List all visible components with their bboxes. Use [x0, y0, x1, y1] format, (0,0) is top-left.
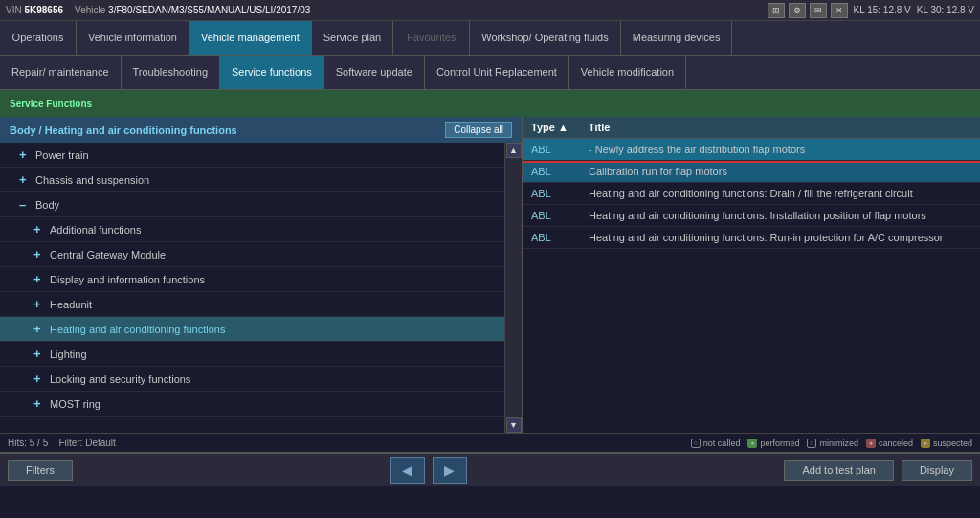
row-type: ABL — [531, 144, 589, 155]
nav-repair[interactable]: Repair/ maintenance — [0, 56, 122, 89]
tree-item-headunit[interactable]: + Headunit — [0, 292, 504, 317]
nav-arrows: ◀ ▶ — [390, 457, 467, 484]
tree-item-powertrain[interactable]: + Power train — [0, 143, 504, 168]
row-title: - Newly address the air distribution fla… — [589, 144, 972, 155]
legend-suspected: ● suspected — [921, 439, 972, 448]
action-buttons: Add to test plan Display — [784, 460, 972, 481]
row-title: Heating and air conditioning functions: … — [589, 232, 972, 243]
right-panel: Type ▲ Title ABL - Newly address the air… — [523, 117, 980, 433]
row-title: Heating and air conditioning functions: … — [589, 188, 972, 199]
screenshot-icon[interactable]: ⊞ — [768, 3, 785, 18]
tree-item-gateway[interactable]: + Central Gateway Module — [0, 242, 504, 267]
nav-favourites[interactable]: Favourites — [393, 21, 470, 55]
collapse-all-button[interactable]: Collapse all — [445, 122, 512, 138]
service-functions-tab[interactable]: Service Functions — [0, 90, 980, 117]
row-title: Calibration run for flap motors — [589, 166, 972, 177]
settings-icon[interactable]: ⚙ — [789, 3, 806, 18]
table-row[interactable]: ABL Heating and air conditioning functio… — [523, 205, 980, 227]
tree-item-additional[interactable]: + Additional functions — [0, 217, 504, 242]
legend-performed: ● performed — [747, 439, 799, 448]
mail-icon[interactable]: ✉ — [810, 3, 827, 18]
table-row[interactable]: ABL Heating and air conditioning functio… — [523, 227, 980, 249]
nav-vehicle-management[interactable]: Vehicle management — [189, 21, 312, 55]
table-header: Type ▲ Title — [523, 117, 980, 139]
table-row[interactable]: ABL - Newly address the air distribution… — [523, 139, 980, 161]
tree-container: + Power train + Chassis and suspension –… — [0, 143, 504, 433]
row-title: Heating and air conditioning functions: … — [589, 210, 972, 221]
table-row[interactable]: ABL Calibration run for flap motors — [523, 161, 980, 183]
hits-label: Hits: 5 / 5 — [8, 438, 48, 448]
close-icon[interactable]: ✕ — [831, 3, 848, 18]
row-type: ABL — [531, 188, 589, 199]
tree-item-locking[interactable]: + Locking and security functions — [0, 367, 504, 392]
nav-workshop[interactable]: Workshop/ Operating fluids — [470, 21, 620, 55]
tree-item-body[interactable]: – Body — [0, 192, 504, 217]
canceled-dot: ● — [866, 439, 876, 448]
nav-service-plan[interactable]: Service plan — [312, 21, 394, 55]
vin-info: VIN 5K98656 Vehicle 3/F80/SEDAN/M3/S55/M… — [6, 5, 310, 15]
top-bar: VIN 5K98656 Vehicle 3/F80/SEDAN/M3/S55/M… — [0, 0, 980, 21]
performed-dot: ● — [747, 439, 757, 448]
prev-arrow[interactable]: ◀ — [390, 457, 425, 484]
nav-service-functions[interactable]: Service functions — [220, 56, 324, 89]
row-type: ABL — [531, 232, 589, 243]
nav-operations[interactable]: Operations — [0, 21, 77, 55]
status-bar: Hits: 5 / 5 Filter: Default ○ not called… — [0, 433, 980, 452]
legend-minimized: ○ minimized — [807, 439, 858, 448]
tree-scrollbar[interactable]: ▲ ▼ — [504, 143, 522, 433]
legend-not-called: ○ not called — [691, 439, 741, 448]
tree-item-chassis[interactable]: + Chassis and suspension — [0, 168, 504, 192]
panel-header: Body / Heating and air conditioning func… — [0, 117, 522, 143]
table-body: ABL - Newly address the air distribution… — [523, 139, 980, 433]
tree-with-scroll: + Power train + Chassis and suspension –… — [0, 143, 522, 433]
suspected-dot: ● — [921, 439, 930, 448]
nav-row1: Operations Vehicle information Vehicle m… — [0, 21, 980, 56]
bottom-bar: Filters ◀ ▶ Add to test plan Display — [0, 452, 980, 486]
nav-vehicle-information[interactable]: Vehicle information — [77, 21, 189, 55]
content-area: Body / Heating and air conditioning func… — [0, 117, 980, 433]
nav-software-update[interactable]: Software update — [324, 56, 425, 89]
not-called-dot: ○ — [691, 439, 701, 448]
col-type-header: Type ▲ — [531, 122, 589, 133]
window-controls[interactable]: ⊞ ⚙ ✉ ✕ — [768, 3, 848, 18]
tree-item-display[interactable]: + Display and information functions — [0, 267, 504, 292]
filters-button[interactable]: Filters — [8, 460, 73, 481]
tree-item-most[interactable]: + MOST ring — [0, 392, 504, 417]
status-legend: ○ not called ● performed ○ minimized ● c… — [691, 439, 972, 448]
nav-row2: Repair/ maintenance Troubleshooting Serv… — [0, 56, 980, 90]
filter-value: Filter: Default — [58, 438, 115, 448]
left-panel: Body / Heating and air conditioning func… — [0, 117, 523, 433]
vin-label: VIN 5K98656 — [6, 5, 63, 15]
kl30-info: KL 30: 12.8 V — [917, 5, 974, 15]
legend-canceled: ● canceled — [866, 439, 913, 448]
nav-measuring[interactable]: Measuring devices — [621, 21, 733, 55]
nav-control-unit[interactable]: Control Unit Replacement — [425, 56, 569, 89]
scroll-down-arrow[interactable]: ▼ — [506, 417, 522, 433]
top-bar-right: ⊞ ⚙ ✉ ✕ KL 15: 12.8 V KL 30: 12.8 V — [768, 3, 974, 18]
minimized-dot: ○ — [807, 439, 816, 448]
nav-troubleshooting[interactable]: Troubleshooting — [122, 56, 220, 89]
add-to-test-plan-button[interactable]: Add to test plan — [784, 460, 893, 481]
col-title-header: Title — [589, 122, 972, 133]
row-type: ABL — [531, 166, 589, 177]
scroll-up-arrow[interactable]: ▲ — [506, 143, 522, 158]
tree-item-lighting[interactable]: + Lighting — [0, 342, 504, 367]
vehicle-info: Vehicle 3/F80/SEDAN/M3/S55/MANUAL/US/LI/… — [75, 5, 310, 15]
panel-title: Body / Heating and air conditioning func… — [10, 124, 237, 136]
tree-item-hvac[interactable]: + Heating and air conditioning functions — [0, 317, 504, 342]
kl15-info: KL 15: 12.8 V — [854, 5, 911, 15]
row-type: ABL — [531, 210, 589, 221]
nav-vehicle-mod[interactable]: Vehicle modification — [569, 56, 686, 89]
hits-filter: Hits: 5 / 5 Filter: Default — [8, 438, 116, 448]
table-row[interactable]: ABL Heating and air conditioning functio… — [523, 183, 980, 205]
display-button[interactable]: Display — [902, 460, 972, 481]
next-arrow[interactable]: ▶ — [433, 457, 467, 484]
